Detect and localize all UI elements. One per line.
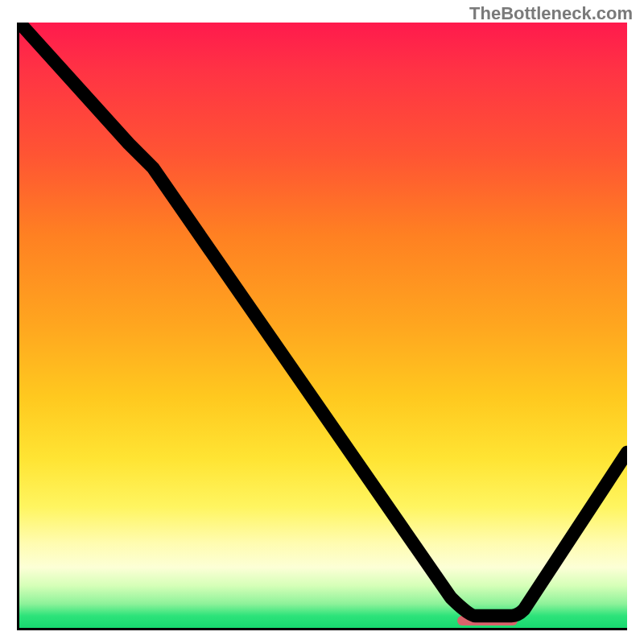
chart-curve-svg [19, 23, 627, 628]
chart-plot-area [19, 23, 627, 628]
watermark-text: TheBottleneck.com [469, 3, 633, 24]
chart-frame [17, 23, 627, 630]
bottleneck-curve-path [19, 23, 627, 616]
